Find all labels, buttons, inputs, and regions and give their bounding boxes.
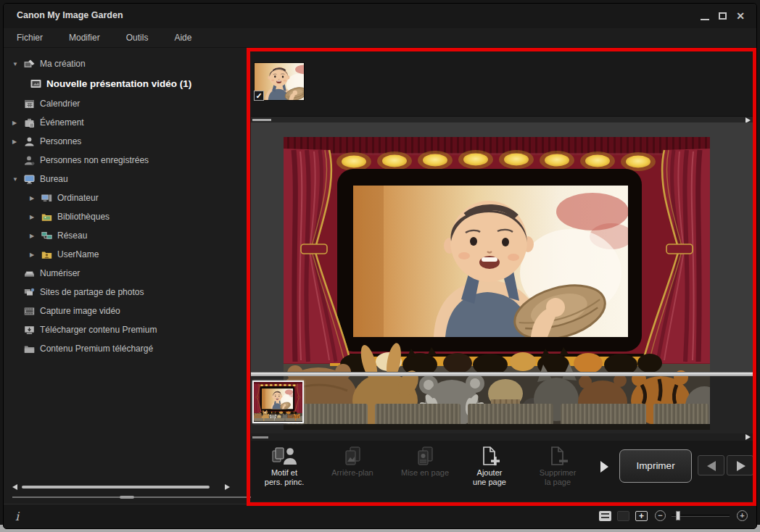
chevron-right-icon[interactable]: ▶ (12, 120, 23, 126)
scroll-left-icon[interactable] (12, 484, 17, 490)
sidebar-item-label: Télécharger contenu Premium (40, 325, 157, 335)
page-1-thumbnail[interactable] (252, 381, 304, 423)
zoom-slider[interactable] (672, 510, 730, 521)
video-capture-icon (23, 307, 36, 316)
sidebar-item-ma-creation[interactable]: ▼ Ma création (4, 54, 251, 73)
button-label: la page (524, 478, 591, 487)
sidebar-item-evenement[interactable]: ▶ Événement (4, 113, 251, 132)
zoom-in-button[interactable]: + (737, 510, 748, 521)
user-folder-icon (41, 250, 53, 259)
sidebar-item-label: Bureau (40, 174, 68, 184)
minimize-icon[interactable] (701, 19, 709, 20)
sidebar-item-personnes[interactable]: ▶ Personnes (4, 132, 251, 151)
close-icon[interactable]: ✕ (736, 11, 745, 21)
chevron-down-icon[interactable]: ▼ (12, 176, 23, 183)
background-pages-icon (338, 445, 367, 468)
layout-pages-icon (410, 445, 439, 468)
premium-download-icon (23, 325, 36, 335)
event-icon (23, 118, 36, 128)
maximize-icon[interactable] (719, 12, 727, 20)
button-label: Arrière-plan (319, 468, 386, 478)
page-preview-canvas[interactable] (251, 122, 753, 372)
calendar-icon (23, 99, 36, 109)
sidebar-item-telecharger-contenu-premium[interactable]: Télécharger contenu Premium (4, 320, 251, 339)
button-label: pers. princ. (251, 478, 318, 487)
chevron-right-icon[interactable]: ▶ (30, 252, 41, 258)
arriere-plan-button: Arrière-plan (319, 445, 386, 478)
menu-outils[interactable]: Outils (126, 33, 149, 43)
button-label: Supprimer (524, 468, 591, 478)
menubar: Fichier Modifier Outils Aide (4, 28, 756, 48)
sidebar-item-sites-partage-photos[interactable]: Sites de partage de photos (4, 283, 251, 302)
chevron-down-icon[interactable]: ▼ (12, 61, 23, 67)
sidebar-item-label: Ma création (40, 59, 86, 69)
chevron-right-icon[interactable]: ▶ (30, 214, 41, 220)
previous-arrow-icon (707, 461, 716, 471)
zoom-slider-track[interactable] (672, 515, 730, 517)
button-label: Motif et (251, 468, 318, 478)
sidebar-item-personnes-non-enregistrees[interactable]: Personnes non enregistrées (4, 151, 251, 170)
expand-view-button[interactable]: + (635, 511, 648, 521)
sidebar-item-label: Événement (40, 117, 84, 128)
materials-scrollbar[interactable] (251, 116, 753, 122)
next-page-button[interactable] (727, 455, 753, 475)
scrollbar-thumb[interactable] (22, 486, 210, 489)
person-unregistered-icon (23, 156, 36, 165)
scroll-right-icon[interactable] (225, 484, 230, 490)
scroll-right-icon[interactable] (745, 434, 751, 440)
app-window: Canon My Image Garden ✕ Fichier Modifier… (3, 3, 757, 529)
imprimer-button[interactable]: Imprimer (619, 449, 692, 483)
sidebar-item-label: Personnes (40, 136, 81, 146)
sidebar-item-contenu-premium-telecharge[interactable]: Contenu Premium téléchargé (4, 339, 251, 358)
sidebar-item-label: Sites de partage de photos (40, 287, 144, 297)
menu-modifier[interactable]: Modifier (69, 33, 100, 43)
sidebar-item-bibliotheques[interactable]: ▶ Bibliothèques (4, 207, 251, 226)
theater-page-artwork (284, 137, 710, 372)
motif-pers-princ-button[interactable]: Motif et pers. princ. (251, 445, 318, 487)
sidebar-item-nouvelle-presentation-video[interactable]: Nouvelle présentation vidéo (1) (4, 73, 251, 94)
zoom-slider-handle[interactable] (676, 511, 680, 520)
delete-page-icon (543, 445, 572, 468)
scrollbar-thumb[interactable] (252, 436, 268, 439)
chevron-right-icon[interactable]: ▶ (30, 195, 41, 201)
sidebar-item-bureau[interactable]: ▼ Bureau (4, 170, 251, 188)
sidebar-item-capture-image-video[interactable]: Capture image vidéo (4, 302, 251, 320)
large-thumbnail-view-button[interactable] (617, 511, 629, 521)
previous-page-button[interactable] (698, 455, 724, 475)
chevron-right-icon[interactable]: ▶ (12, 138, 23, 145)
button-label: une page (456, 478, 523, 487)
sidebar-item-reseau[interactable]: ▶ Réseau (4, 226, 251, 245)
materials-area: ✓ (251, 51, 753, 116)
libraries-icon (41, 212, 53, 222)
mise-en-page-button: Mise en page (392, 445, 458, 478)
thumbnail-checkbox[interactable]: ✓ (254, 91, 264, 101)
pages-strip-scrollbar[interactable] (251, 433, 753, 441)
chevron-right-icon[interactable]: ▶ (30, 233, 41, 239)
scrollbar-thumb[interactable] (252, 119, 271, 121)
sidebar-item-numeriser[interactable]: Numériser (4, 264, 251, 283)
small-thumbnail-view-button[interactable] (599, 511, 611, 521)
sidebar-item-calendrier[interactable]: Calendrier (4, 94, 251, 113)
sidebar-item-ordinateur[interactable]: ▶ Ordinateur (4, 188, 251, 207)
next-arrow-icon[interactable] (600, 461, 608, 473)
sidebar-item-label: Bibliothèques (57, 212, 110, 222)
forward-arrow-icon (737, 461, 745, 471)
sidebar-item-username[interactable]: ▶ UserName (4, 245, 251, 264)
my-works-icon (23, 59, 36, 69)
sidebar-horizontal-scrollbar[interactable] (12, 483, 230, 491)
sidebar-item-label: Ordinateur (57, 193, 99, 203)
material-thumbnail[interactable]: ✓ (254, 62, 305, 101)
info-icon[interactable]: i (15, 510, 19, 523)
zoom-out-button[interactable]: − (655, 510, 666, 521)
sidebar-item-label: Réseau (57, 230, 87, 241)
splitter-handle[interactable] (120, 496, 134, 499)
ajouter-une-page-button[interactable]: Ajouter une page (456, 445, 523, 487)
photo-sharing-icon (23, 288, 36, 297)
sidebar-item-label: Contenu Premium téléchargé (40, 344, 153, 354)
sidebar-item-label: Calendrier (40, 99, 80, 109)
scanner-icon (23, 269, 36, 278)
menu-aide[interactable]: Aide (174, 33, 191, 43)
menu-fichier[interactable]: Fichier (17, 33, 43, 43)
sidebar-item-label: Personnes non enregistrées (40, 155, 149, 165)
view-and-zoom-controls: + − + (593, 510, 748, 521)
